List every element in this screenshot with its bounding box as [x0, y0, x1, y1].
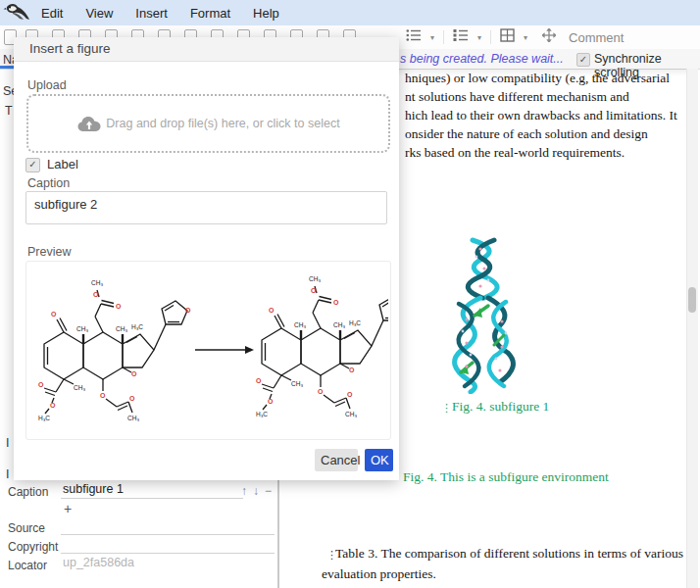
insert-figure-dialog: Insert a figure Upload Drag and drop fil…: [14, 37, 399, 480]
toolbar-separator: [490, 30, 491, 44]
table-caption-line-2: evaluation properties.: [322, 566, 436, 582]
menu-item-edit[interactable]: Edit: [39, 6, 65, 21]
ok-button[interactable]: OK: [365, 449, 393, 471]
move-up-icon[interactable]: ↑: [241, 484, 247, 498]
label-checkbox[interactable]: ✓: [25, 158, 40, 172]
left-label-fragment-2: I: [6, 467, 9, 481]
move-icon[interactable]: [542, 28, 556, 46]
bullet-list-caret-icon[interactable]: ▾: [430, 33, 434, 42]
dialog-title: Insert a figure: [29, 41, 111, 56]
left-field-fragment-2: T: [5, 104, 13, 118]
figure-caption-2[interactable]: Fig. 4. This is a subfigure environment: [403, 469, 609, 485]
figure-caption-1[interactable]: Fig. 4. subfigure 1: [452, 399, 549, 415]
menu-item-insert[interactable]: Insert: [133, 6, 170, 21]
cancel-button[interactable]: Cancel: [315, 449, 358, 471]
table-caret-icon[interactable]: ▾: [524, 33, 527, 42]
prop-caption-label: Caption: [8, 485, 48, 499]
prop-caption-input[interactable]: [61, 482, 243, 499]
numbered-list-caret-icon[interactable]: ▾: [477, 33, 481, 42]
menu-bar: Edit View Insert Format Help: [0, 0, 700, 25]
caption-input[interactable]: subfigure 2: [25, 191, 387, 224]
toolbar-separator: [443, 30, 444, 44]
bullet-list-icon[interactable]: [406, 28, 422, 46]
figure-drag-handle-icon[interactable]: ⋮: [441, 402, 452, 415]
left-label-fragment-1: I: [6, 436, 9, 450]
prop-locator-label: Locator: [8, 559, 47, 572]
dialog-header: Insert a figure: [14, 37, 399, 62]
preview-section-label: Preview: [27, 245, 71, 259]
status-message: s being created. Please wait...: [400, 52, 564, 66]
app-logo-icon[interactable]: [3, 1, 32, 28]
menu-item-help[interactable]: Help: [251, 6, 281, 21]
active-tab-underline: [0, 66, 14, 69]
scrollbar-track[interactable]: [686, 69, 698, 588]
prop-copyright-input[interactable]: [61, 537, 275, 554]
move-down-icon[interactable]: ↓: [253, 484, 259, 498]
scrollbar-thumb[interactable]: [688, 287, 696, 313]
prop-source-input[interactable]: [61, 518, 275, 535]
prop-locator-input[interactable]: [61, 556, 275, 571]
caption-section-label: Caption: [27, 176, 70, 190]
menu-item-view[interactable]: View: [83, 6, 115, 21]
file-dropzone[interactable]: Drag and drop file(s) here, or click to …: [26, 94, 390, 153]
doc-text-line: rks based on the real-world requirements…: [405, 145, 625, 161]
cloud-upload-icon: [76, 115, 102, 133]
prop-source-label: Source: [8, 521, 45, 535]
table-caption-line-1: Table 3. The comparison of different sol…: [335, 546, 683, 562]
label-checkbox-text: Label: [47, 157, 78, 172]
figure-preview-image: CH₃ O O O CH₃ CH₃ H₃C O O CH₃ O O CH₃ O: [25, 261, 391, 440]
doc-text-line: onsider the nature of each solution and …: [405, 126, 648, 142]
synchronize-scrolling-checkbox[interactable]: ✓: [576, 53, 590, 67]
doc-text-line: hniques) or low compatibility (e.g, the …: [405, 71, 670, 86]
app-window: Edit View Insert Format Help: [0, 0, 700, 588]
table-icon[interactable]: [500, 28, 515, 46]
remove-icon[interactable]: −: [265, 484, 272, 498]
comment-button[interactable]: Comment: [569, 30, 624, 45]
doc-text-line: nt solutions have different mechanism an…: [405, 89, 629, 105]
doc-text-line: hich lead to their own drawbacks and lim…: [405, 108, 677, 123]
upload-section-label: Upload: [27, 78, 67, 92]
dropzone-hint-text: Drag and drop file(s) here, or click to …: [106, 117, 339, 130]
prop-copyright-label: Copyright: [8, 540, 58, 554]
menu-item-format[interactable]: Format: [188, 6, 232, 21]
dna-figure-image[interactable]: [443, 237, 522, 398]
add-caption-button[interactable]: +: [64, 501, 72, 516]
numbered-list-icon[interactable]: [453, 28, 469, 46]
